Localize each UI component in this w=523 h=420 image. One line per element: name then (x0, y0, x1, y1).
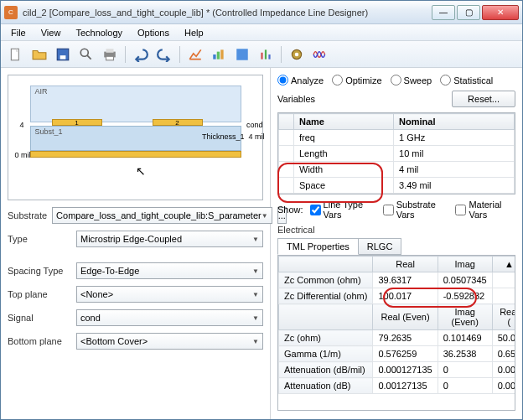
svg-point-16 (295, 52, 299, 56)
chart2-icon[interactable] (209, 44, 229, 65)
table-row: Gamma (1/m)0.57625936.25380.651 (279, 346, 516, 362)
wave-icon[interactable] (310, 44, 330, 65)
type-field-label: Type (8, 234, 71, 244)
sweep-radio[interactable]: Sweep (391, 75, 432, 86)
svg-rect-13 (265, 49, 267, 59)
svg-rect-12 (261, 52, 262, 59)
chart4-icon[interactable] (256, 44, 276, 65)
signal-label: Signal (8, 313, 71, 323)
trace-2: 2 (153, 119, 203, 126)
tab-tml-properties[interactable]: TML Properties (277, 238, 359, 255)
table-row: Width4 mil (279, 162, 515, 178)
maximize-button[interactable]: ▢ (457, 5, 480, 20)
spacing-type-label: Spacing Type (8, 266, 71, 276)
substrate-select[interactable]: Compare_loss_and_tight_couple_lib:S_para… (52, 207, 272, 224)
optimize-radio[interactable]: Optimize (332, 75, 381, 86)
show-label: Show: (277, 205, 303, 215)
dim-0mil: 0 mil (15, 151, 31, 159)
window-title: cild_2 [Compare_loss_and_tight_couple_li… (23, 8, 432, 18)
substrate-field-label: Substrate (8, 210, 47, 220)
air-layer (30, 86, 241, 122)
svg-rect-2 (60, 55, 66, 60)
menu-view[interactable]: View (34, 26, 68, 39)
svg-line-4 (87, 55, 91, 60)
top-plane-label: Top plane (8, 289, 71, 299)
minimize-button[interactable]: — (432, 5, 455, 20)
reset-button[interactable]: Reset... (452, 91, 515, 107)
top-plane-select[interactable]: <None>▼ (76, 286, 263, 303)
type-select[interactable]: Microstrip Edge-Coupled▼ (76, 231, 263, 247)
close-button[interactable]: ✕ (482, 5, 519, 20)
svg-rect-11 (236, 49, 248, 60)
table-row: Attenuation (dB/mil)0.00012713500.000 (279, 362, 516, 378)
cursor-icon: ↖ (136, 164, 146, 178)
menu-options[interactable]: Options (131, 26, 176, 39)
open-icon[interactable] (29, 44, 49, 65)
menu-file[interactable]: File (4, 26, 33, 39)
search-icon[interactable] (76, 44, 96, 65)
svg-rect-8 (213, 54, 215, 60)
material-vars-check[interactable]: Material Vars (455, 200, 515, 220)
analyze-radio[interactable]: Analyze (277, 75, 324, 86)
menu-help[interactable]: Help (178, 26, 210, 39)
chevron-down-icon: ▼ (262, 212, 268, 220)
col-name: Name (294, 114, 394, 130)
chevron-down-icon: ▼ (252, 314, 259, 322)
svg-rect-9 (217, 51, 220, 59)
gear-icon[interactable] (287, 44, 307, 65)
table-row: freq1 GHz (279, 130, 515, 146)
new-icon[interactable] (6, 44, 26, 65)
line-type-vars-check[interactable]: Line Type Vars (310, 200, 376, 220)
undo-icon[interactable] (131, 44, 151, 65)
thickness-label: Thickness_1 (202, 132, 245, 141)
statistical-radio[interactable]: Statistical (440, 75, 493, 86)
table-row: Zc Differential (ohm)100.017-0.592832 (279, 288, 516, 304)
table-row: Zc (ohm)79.26350.10146950.00 (279, 330, 516, 346)
substrate-label: Subst_1 (35, 127, 63, 136)
col-nominal: Nominal (394, 114, 515, 130)
svg-point-3 (80, 49, 88, 56)
trace-1: 1 (52, 119, 102, 126)
chevron-down-icon: ▼ (252, 236, 259, 243)
dim-4mil: 4 mil (248, 132, 264, 141)
menu-technology[interactable]: Technology (69, 26, 129, 39)
svg-rect-14 (268, 54, 270, 60)
cross-section-canvas[interactable]: AIR 1 2 Subst_1 4 0 mil cond Thickness_1… (8, 75, 263, 200)
signal-select[interactable]: cond▼ (76, 309, 263, 326)
save-icon[interactable] (53, 44, 73, 65)
table-row: Length10 mil (279, 146, 515, 162)
tml-properties-table[interactable]: RealImag▲ Zc Common (ohm)39.63170.050734… (277, 255, 515, 411)
chart1-icon[interactable] (185, 44, 205, 65)
svg-rect-6 (106, 49, 114, 53)
chevron-down-icon: ▼ (252, 267, 259, 275)
table-row: Attenuation (dB)0.0012713500.001 (279, 378, 516, 394)
spacing-type-select[interactable]: Edge-To-Edge▼ (76, 262, 263, 279)
table-row: Zc Common (ohm)39.63170.0507345 (279, 272, 516, 288)
ground-layer (30, 151, 241, 158)
table-row: Space3.49 mil (279, 178, 515, 194)
app-icon: C (4, 6, 18, 19)
dim-cond: cond (246, 121, 263, 129)
svg-rect-10 (220, 49, 223, 59)
chart3-icon[interactable] (232, 44, 252, 65)
variables-table[interactable]: Name Nominal freq1 GHz Length10 mil Widt… (277, 112, 515, 194)
bottom-plane-select[interactable]: <Bottom Cover>▼ (76, 333, 263, 350)
dim-4: 4 (20, 121, 24, 129)
svg-rect-7 (106, 56, 114, 60)
redo-icon[interactable] (154, 44, 174, 65)
tab-rlgc[interactable]: RLGC (358, 238, 402, 255)
variables-label: Variables (277, 94, 315, 104)
print-icon[interactable] (100, 44, 120, 65)
chevron-down-icon: ▼ (252, 338, 259, 345)
bottom-plane-label: Bottom plane (8, 336, 71, 346)
air-label: AIR (35, 87, 48, 96)
chevron-down-icon: ▼ (252, 291, 259, 298)
electrical-label: Electrical (274, 223, 519, 236)
substrate-vars-check[interactable]: Substrate Vars (383, 200, 449, 220)
